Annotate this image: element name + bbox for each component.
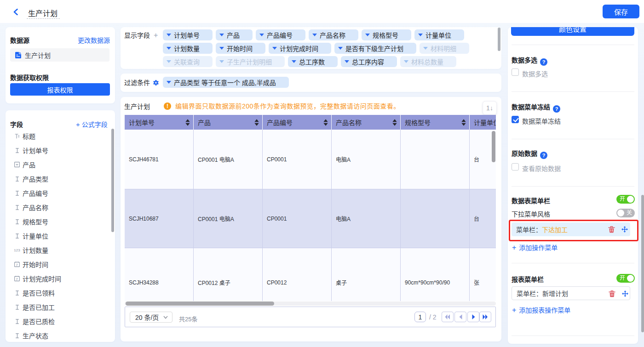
svg-text:7: 7 <box>16 277 18 281</box>
svg-text:7: 7 <box>16 263 18 267</box>
